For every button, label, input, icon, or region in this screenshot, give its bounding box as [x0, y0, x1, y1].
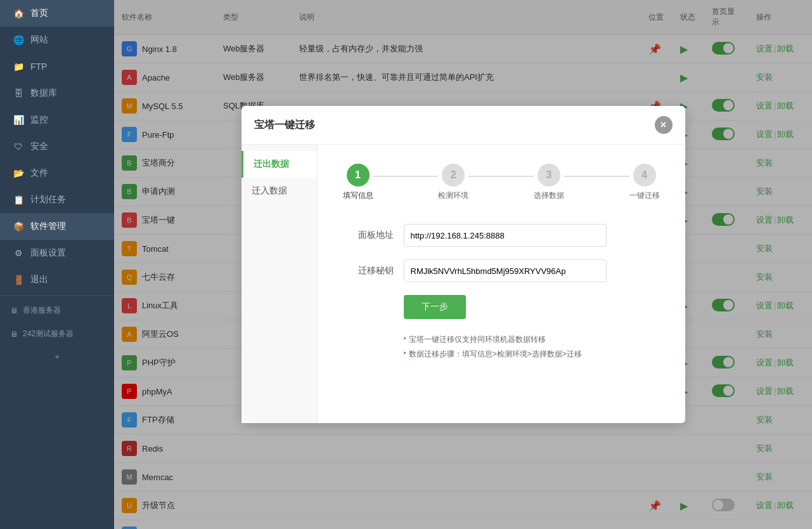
step-4-circle: 4 [633, 164, 656, 186]
home-icon: 🏠 [13, 8, 24, 19]
sidebar-item-logout[interactable]: 🚪 退出 [0, 266, 114, 293]
sidebar-item-ftp[interactable]: 📁 FTP [0, 53, 114, 80]
panel-address-input[interactable] [404, 224, 607, 247]
step-line-3 [564, 176, 629, 177]
step-line-1 [373, 176, 439, 177]
step-3-circle: 3 [538, 164, 560, 186]
add-server-button[interactable]: + [0, 346, 114, 368]
modal-main-content: 1 填写信息 2 检测环境 3 选择数据 [318, 145, 685, 423]
step-1-circle: 1 [347, 164, 370, 186]
sidebar-item-label: 监控 [30, 114, 48, 126]
sidebar-item-label: 计划任务 [30, 194, 66, 206]
note-1: 宝塔一键迁移仅支持同环境机器数据转移 [409, 334, 546, 345]
sidebar-item-database[interactable]: 🗄 数据库 [0, 80, 114, 107]
software-icon: 📦 [13, 221, 24, 232]
database-icon: 🗄 [13, 88, 24, 99]
modal-overlay[interactable]: 宝塔一键迁移 × 迁出数据 迁入数据 1 填写信息 [114, 0, 812, 529]
modal-title: 宝塔一键迁移 [254, 119, 315, 132]
migration-modal: 宝塔一键迁移 × 迁出数据 迁入数据 1 填写信息 [242, 106, 685, 423]
security-icon: 🛡 [13, 141, 24, 152]
sidebar-item-software[interactable]: 📦 软件管理 [0, 213, 114, 240]
modal-body: 迁出数据 迁入数据 1 填写信息 2 检测环境 [242, 145, 685, 423]
modal-header: 宝塔一键迁移 × [242, 106, 685, 145]
sidebar-divider [0, 296, 114, 296]
step-3-label: 选择数据 [534, 190, 564, 201]
sidebar-item-website[interactable]: 🌐 网站 [0, 27, 114, 53]
server-test-label: 242测试服务器 [23, 329, 74, 339]
website-icon: 🌐 [13, 34, 24, 46]
modal-close-button[interactable]: × [655, 116, 673, 134]
sidebar-item-label: 首页 [30, 8, 48, 19]
sidebar-server-hk[interactable]: 🖥 香港服务器 [0, 299, 114, 322]
sidebar-item-files[interactable]: 📂 文件 [0, 160, 114, 186]
modal-sidebar-import[interactable]: 迁入数据 [242, 178, 317, 204]
ftp-icon: 📁 [13, 61, 24, 72]
next-step-button[interactable]: 下一步 [404, 295, 466, 319]
step-2-label: 检测环境 [438, 190, 468, 201]
files-icon: 📂 [13, 167, 24, 179]
sidebar-item-panel-settings[interactable]: ⚙ 面板设置 [0, 240, 114, 266]
sidebar-item-label: 面板设置 [30, 247, 66, 259]
main-area: 软件名称 类型 说明 位置 状态 首页显示 操作 GNginx 1.8Web服务… [114, 0, 812, 529]
panel-address-row: 面板地址 [343, 224, 660, 247]
step-1: 1 填写信息 [343, 164, 373, 201]
sidebar-item-security[interactable]: 🛡 安全 [0, 133, 114, 160]
sidebar-item-home[interactable]: 🏠 首页 [0, 0, 114, 27]
sidebar-server-test[interactable]: 🖥 242测试服务器 [0, 322, 114, 346]
step-4: 4 一键迁移 [629, 164, 660, 201]
sidebar-item-label: 文件 [30, 167, 48, 179]
migration-notes: 宝塔一键迁移仅支持同环境机器数据转移 数据迁移步骤：填写信息>检测环境>选择数据… [404, 334, 660, 360]
migration-key-row: 迁移秘钥 [343, 259, 660, 282]
sidebar: 🏠 首页 🌐 网站 📁 FTP 🗄 数据库 📊 监控 🛡 安全 📂 文件 📋 计… [0, 0, 114, 529]
step-1-label: 填写信息 [343, 190, 373, 201]
monitor-icon: 📊 [13, 114, 24, 126]
server-test-icon: 🖥 [10, 330, 18, 339]
step-4-label: 一键迁移 [629, 190, 660, 201]
migration-key-label: 迁移秘钥 [343, 265, 394, 277]
tasks-icon: 📋 [13, 194, 24, 206]
step-3: 3 选择数据 [534, 164, 564, 201]
modal-sidebar: 迁出数据 迁入数据 [242, 145, 318, 423]
sidebar-item-tasks[interactable]: 📋 计划任务 [0, 186, 114, 213]
sidebar-item-label: 软件管理 [30, 221, 66, 232]
sidebar-item-label: 安全 [30, 141, 48, 152]
step-2-circle: 2 [442, 164, 465, 186]
step-line-2 [468, 176, 534, 177]
sidebar-item-label: 网站 [30, 34, 48, 46]
sidebar-item-label: 数据库 [30, 88, 57, 99]
step-2: 2 检测环境 [438, 164, 468, 201]
migration-key-input[interactable] [404, 259, 607, 282]
modal-sidebar-export[interactable]: 迁出数据 [242, 151, 317, 178]
migration-steps: 1 填写信息 2 检测环境 3 选择数据 [343, 164, 660, 201]
server-hk-label: 香港服务器 [23, 305, 61, 316]
note-2: 数据迁移步骤：填写信息>检测环境>选择数据>迁移 [409, 349, 582, 360]
logout-icon: 🚪 [13, 274, 24, 285]
sidebar-item-monitor[interactable]: 📊 监控 [0, 107, 114, 133]
panel-settings-icon: ⚙ [13, 247, 24, 259]
panel-address-label: 面板地址 [343, 230, 394, 241]
server-hk-icon: 🖥 [10, 306, 18, 315]
sidebar-item-label: FTP [30, 62, 47, 72]
sidebar-item-label: 退出 [30, 274, 48, 285]
